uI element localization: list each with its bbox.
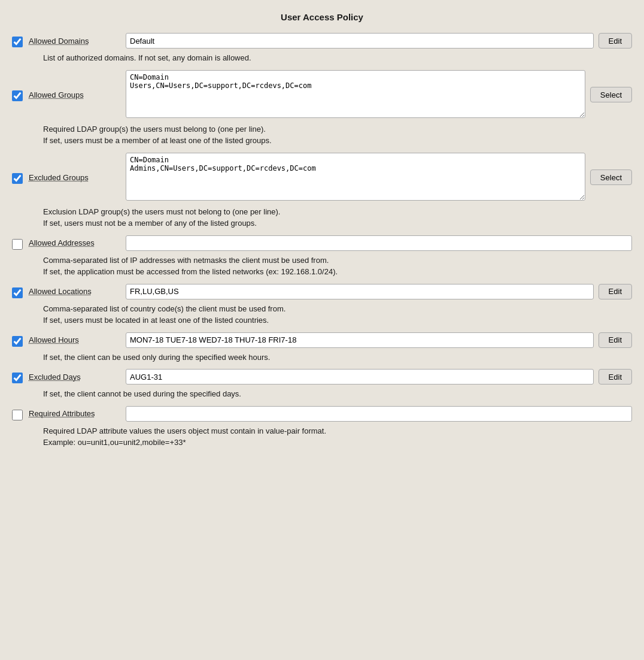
excluded-groups-checkbox[interactable] — [12, 173, 23, 184]
allowed-addresses-section: Allowed Addresses Comma-separated list o… — [12, 235, 632, 278]
allowed-groups-textarea[interactable]: CN=Domain Users,CN=Users,DC=support,DC=r… — [126, 70, 585, 118]
allowed-domains-section: Allowed Domains Edit List of authorized … — [12, 33, 632, 64]
allowed-domains-input[interactable] — [126, 33, 594, 49]
allowed-addresses-description: Comma-separated list of IP addresses wit… — [43, 255, 632, 278]
allowed-addresses-input[interactable] — [126, 235, 632, 251]
allowed-groups-section: Allowed Groups CN=Domain Users,CN=Users,… — [12, 70, 632, 147]
allowed-locations-checkbox[interactable] — [12, 287, 23, 298]
allowed-hours-label: Allowed Hours — [29, 335, 113, 344]
allowed-locations-label: Allowed Locations — [29, 287, 113, 296]
allowed-locations-description: Comma-separated list of country code(s) … — [43, 303, 632, 326]
allowed-hours-description: If set, the client can be used only duri… — [43, 352, 632, 364]
required-attributes-label: Required Attributes — [29, 409, 113, 418]
excluded-groups-section: Excluded Groups CN=Domain Admins,CN=User… — [12, 153, 632, 229]
allowed-hours-edit-button[interactable]: Edit — [599, 332, 632, 348]
allowed-groups-select-button[interactable]: Select — [590, 87, 632, 102]
allowed-hours-section: Allowed Hours Edit If set, the client ca… — [12, 332, 632, 364]
excluded-days-input[interactable] — [126, 369, 594, 385]
allowed-domains-label: Allowed Domains — [29, 37, 113, 46]
excluded-groups-label: Excluded Groups — [29, 173, 113, 182]
required-attributes-checkbox[interactable] — [12, 410, 23, 420]
required-attributes-description: Required LDAP attribute values the users… — [43, 425, 632, 449]
allowed-hours-checkbox[interactable] — [12, 336, 23, 347]
allowed-domains-description: List of authorized domains. If not set, … — [43, 52, 632, 64]
page-title: User Access Policy — [12, 12, 632, 22]
allowed-locations-input[interactable] — [126, 284, 594, 299]
required-attributes-section: Required Attributes Required LDAP attrib… — [12, 406, 632, 449]
allowed-domains-checkbox[interactable] — [12, 37, 23, 47]
excluded-days-description: If set, the client cannot be used during… — [43, 388, 632, 400]
excluded-days-section: Excluded Days Edit If set, the client ca… — [12, 369, 632, 400]
allowed-domains-edit-button[interactable]: Edit — [599, 33, 632, 49]
allowed-hours-input[interactable] — [126, 332, 594, 348]
allowed-addresses-checkbox[interactable] — [12, 239, 23, 250]
excluded-groups-description: Exclusion LDAP group(s) the users must n… — [43, 206, 632, 229]
allowed-groups-label: Allowed Groups — [29, 90, 113, 99]
excluded-days-checkbox[interactable] — [12, 373, 23, 383]
allowed-locations-section: Allowed Locations Edit Comma-separated l… — [12, 284, 632, 326]
excluded-days-edit-button[interactable]: Edit — [599, 369, 632, 385]
excluded-days-label: Excluded Days — [29, 373, 113, 382]
allowed-addresses-label: Allowed Addresses — [29, 238, 113, 247]
allowed-groups-description: Required LDAP group(s) the users must be… — [43, 123, 632, 147]
required-attributes-input[interactable] — [126, 406, 632, 422]
excluded-groups-select-button[interactable]: Select — [590, 169, 632, 185]
allowed-groups-checkbox[interactable] — [12, 90, 23, 101]
excluded-groups-textarea[interactable]: CN=Domain Admins,CN=Users,DC=support,DC=… — [126, 153, 585, 201]
allowed-locations-edit-button[interactable]: Edit — [599, 284, 632, 299]
